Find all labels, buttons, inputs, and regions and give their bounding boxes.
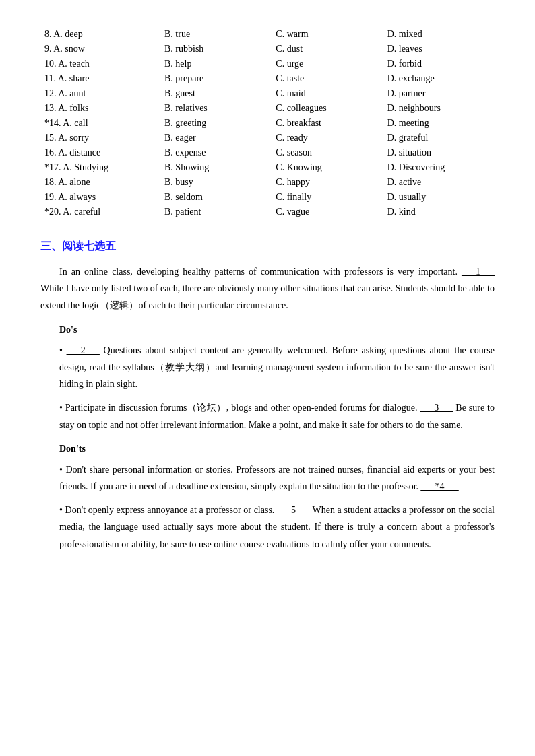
option-b: B. relatives bbox=[160, 101, 272, 116]
question-num: 10. A. teach bbox=[40, 57, 160, 71]
option-c: C. urge bbox=[272, 57, 383, 71]
option-d: D. partner bbox=[383, 86, 495, 101]
question-num: 8. A. deep bbox=[40, 27, 160, 42]
option-c: C. dust bbox=[272, 42, 383, 57]
passage-para1: In an online class, developing healthy p… bbox=[40, 263, 495, 314]
question-num: 9. A. snow bbox=[40, 42, 160, 57]
option-b: B. rubbish bbox=[160, 42, 272, 57]
option-c: C. maid bbox=[272, 86, 383, 101]
question-num: *14. A. call bbox=[40, 116, 160, 131]
table-row: *17. A. StudyingB. ShowingC. KnowingD. D… bbox=[40, 160, 495, 175]
option-c: C. finally bbox=[272, 190, 383, 205]
option-b: B. true bbox=[160, 27, 272, 42]
question-num: 11. A. share bbox=[40, 71, 160, 86]
option-d: D. active bbox=[383, 175, 495, 190]
option-d: D. meeting bbox=[383, 116, 495, 131]
question-num: 12. A. aunt bbox=[40, 86, 160, 101]
option-d: D. Discovering bbox=[383, 160, 495, 175]
option-c: C. Knowing bbox=[272, 160, 383, 175]
question-num: 13. A. folks bbox=[40, 101, 160, 116]
option-c: C. breakfast bbox=[272, 116, 383, 131]
question-num: *17. A. Studying bbox=[40, 160, 160, 175]
table-row: 10. A. teachB. helpC. urgeD. forbid bbox=[40, 57, 495, 71]
option-d: D. mixed bbox=[383, 27, 495, 42]
question-num: 19. A. always bbox=[40, 190, 160, 205]
option-b: B. guest bbox=[160, 86, 272, 101]
option-d: D. grateful bbox=[383, 131, 495, 145]
dos-heading: Do's bbox=[40, 321, 495, 338]
table-row: 8. A. deepB. trueC. warmD. mixed bbox=[40, 27, 495, 42]
table-row: 12. A. auntB. guestC. maidD. partner bbox=[40, 86, 495, 101]
questions-table: 8. A. deepB. trueC. warmD. mixed9. A. sn… bbox=[40, 27, 495, 219]
question-num: 16. A. distance bbox=[40, 145, 160, 160]
option-c: C. colleagues bbox=[272, 101, 383, 116]
donts-bullet2: • Don't openly express annoyance at a pr… bbox=[40, 502, 495, 553]
table-row: 9. A. snowB. rubbishC. dustD. leaves bbox=[40, 42, 495, 57]
blank-4: ___*4___ bbox=[421, 481, 459, 491]
blank-1: ___1___ bbox=[462, 267, 495, 277]
table-row: 18. A. aloneB. busyC. happyD. active bbox=[40, 175, 495, 190]
option-c: C. warm bbox=[272, 27, 383, 42]
option-b: B. help bbox=[160, 57, 272, 71]
option-b: B. seldom bbox=[160, 190, 272, 205]
option-d: D. forbid bbox=[383, 57, 495, 71]
table-row: 13. A. folksB. relativesC. colleaguesD. … bbox=[40, 101, 495, 116]
question-num: 18. A. alone bbox=[40, 175, 160, 190]
option-c: C. taste bbox=[272, 71, 383, 86]
option-c: C. season bbox=[272, 145, 383, 160]
option-b: B. greeting bbox=[160, 116, 272, 131]
option-b: B. Showing bbox=[160, 160, 272, 175]
option-b: B. prepare bbox=[160, 71, 272, 86]
blank-5: ___5___ bbox=[277, 505, 310, 515]
option-d: D. neighbours bbox=[383, 101, 495, 116]
table-row: 16. A. distanceB. expenseC. seasonD. sit… bbox=[40, 145, 495, 160]
question-num: 15. A. sorry bbox=[40, 131, 160, 145]
table-row: 15. A. sorryB. eagerC. readyD. grateful bbox=[40, 131, 495, 145]
table-row: 11. A. shareB. prepareC. tasteD. exchang… bbox=[40, 71, 495, 86]
passage: In an online class, developing healthy p… bbox=[40, 263, 495, 553]
option-d: D. kind bbox=[383, 205, 495, 219]
option-d: D. usually bbox=[383, 190, 495, 205]
option-c: C. ready bbox=[272, 131, 383, 145]
option-b: B. eager bbox=[160, 131, 272, 145]
dos-bullet1: • ___2___ Questions about subject conten… bbox=[40, 342, 495, 393]
option-d: D. exchange bbox=[383, 71, 495, 86]
dos-bullet2: • Participate in discussion forums（论坛）, … bbox=[40, 399, 495, 433]
table-row: *20. A. carefulB. patientC. vagueD. kind bbox=[40, 205, 495, 219]
table-row: *14. A. callB. greetingC. breakfastD. me… bbox=[40, 116, 495, 131]
donts-heading: Don'ts bbox=[40, 440, 495, 457]
option-d: D. situation bbox=[383, 145, 495, 160]
option-d: D. leaves bbox=[383, 42, 495, 57]
option-b: B. patient bbox=[160, 205, 272, 219]
section-title: 三、阅读七选五 bbox=[40, 240, 495, 254]
option-b: B. expense bbox=[160, 145, 272, 160]
blank-2: ___2___ bbox=[67, 345, 100, 355]
option-b: B. busy bbox=[160, 175, 272, 190]
blank-3: ___3___ bbox=[420, 403, 453, 413]
option-c: C. vague bbox=[272, 205, 383, 219]
table-row: 19. A. alwaysB. seldomC. finallyD. usual… bbox=[40, 190, 495, 205]
option-c: C. happy bbox=[272, 175, 383, 190]
donts-bullet1: • Don't share personal information or st… bbox=[40, 461, 495, 495]
question-num: *20. A. careful bbox=[40, 205, 160, 219]
